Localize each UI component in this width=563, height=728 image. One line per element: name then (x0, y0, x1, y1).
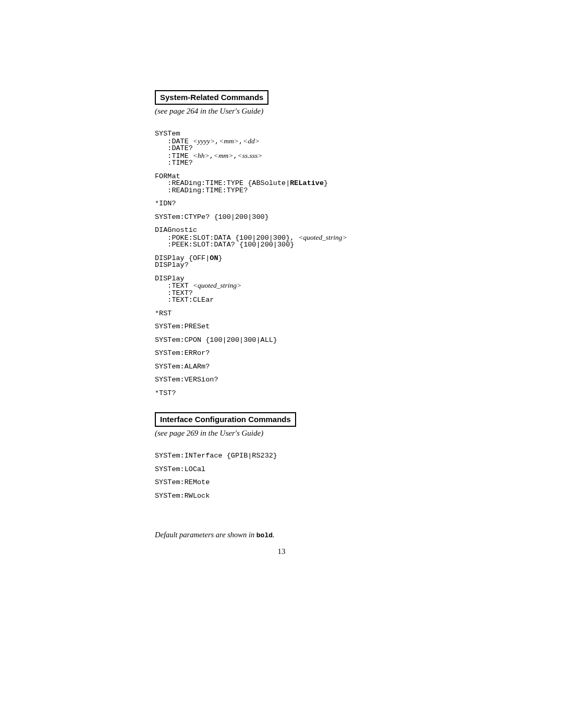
heading-interface-commands: Interface Configuration Commands (155, 412, 296, 427)
code-alarm: SYSTem:ALARm? (155, 363, 447, 371)
placeholder-mm2: <mm> (214, 152, 234, 159)
footnote-bold: bold (256, 532, 273, 539)
heading-system-commands: System-Related Commands (155, 90, 268, 105)
code-line: :TIME? (155, 159, 193, 167)
code-text: , (233, 152, 237, 160)
section-interface: Interface Configuration Commands (see pa… (155, 412, 447, 438)
code-cpon: SYSTem:CPON {100|200|300|ALL} (155, 337, 447, 344)
placeholder-hh: <hh> (193, 152, 210, 159)
placeholder-mm: <mm> (219, 137, 239, 145)
code-line: DISPlay? (155, 261, 189, 269)
placeholder-dd: <dd> (243, 137, 260, 145)
code-ctype: SYSTem:CTYPe? {100|200|300} (155, 214, 447, 221)
footnote-prefix: Default parameters are shown in (155, 530, 256, 539)
placeholder-yyyy: <yyyy> (193, 137, 215, 145)
code-line: :READing:TIME:TYPE? (155, 187, 248, 194)
code-line: DIAGnostic (155, 226, 197, 234)
default-on: ON (210, 254, 218, 262)
code-remote: SYSTem:REMote (155, 479, 447, 486)
code-display-toggle: DISPlay {OFF|ON} DISPlay? (155, 255, 447, 269)
page: System-Related Commands (see page 264 in… (0, 0, 563, 728)
placeholder-ss: <ss.sss> (238, 152, 263, 159)
code-diagnostic: DIAGnostic :POKE:SLOT:DATA {100|200|300}… (155, 227, 447, 249)
code-text: , (239, 138, 243, 145)
code-line: DISPlay (155, 275, 185, 282)
placeholder-quoted-string-2: <quoted_string> (193, 281, 241, 289)
code-rwlock: SYSTem:RWLock (155, 492, 447, 500)
code-format: FORMat :READing:TIME:TYPE {ABSolute|RELa… (155, 173, 447, 194)
code-text: , (210, 152, 214, 160)
placeholder-quoted-string: <quoted_string> (298, 233, 347, 241)
footnote-default-params: Default parameters are shown in bold. (155, 530, 447, 539)
footnote-suffix: . (273, 530, 275, 539)
code-interface: SYSTem:INTerface {GPIB|RS232} (155, 452, 447, 460)
code-idn: *IDN? (155, 200, 447, 207)
code-display-text: DISPlay :TEXT <quoted_string> :TEXT? :TE… (155, 275, 447, 304)
code-line: :PEEK:SLOT:DATA? {100|200|300} (155, 241, 294, 249)
code-system-date-time: SYSTem :DATE <yyyy>,<mm>,<dd> :DATE? :TI… (155, 130, 447, 167)
code-tst: *TST? (155, 390, 447, 397)
code-text: } (324, 179, 328, 187)
subhead-system: (see page 264 in the User's Guide) (155, 107, 447, 116)
code-line: :TEXT:CLEar (155, 296, 214, 304)
code-text: } (218, 254, 223, 262)
code-local: SYSTem:LOCal (155, 466, 447, 473)
code-rst: *RST (155, 310, 447, 317)
code-line: SYSTem (155, 130, 180, 138)
code-text: , (215, 138, 219, 145)
code-error: SYSTem:ERRor? (155, 350, 447, 357)
code-preset: SYSTem:PRESet (155, 323, 447, 330)
default-relative: RELative (290, 179, 324, 187)
code-version: SYSTem:VERSion? (155, 376, 447, 384)
code-line: :DATE? (155, 144, 193, 152)
page-number: 13 (0, 547, 563, 556)
main-content: System-Related Commands (see page 264 in… (155, 90, 447, 499)
subhead-interface: (see page 269 in the User's Guide) (155, 429, 447, 438)
